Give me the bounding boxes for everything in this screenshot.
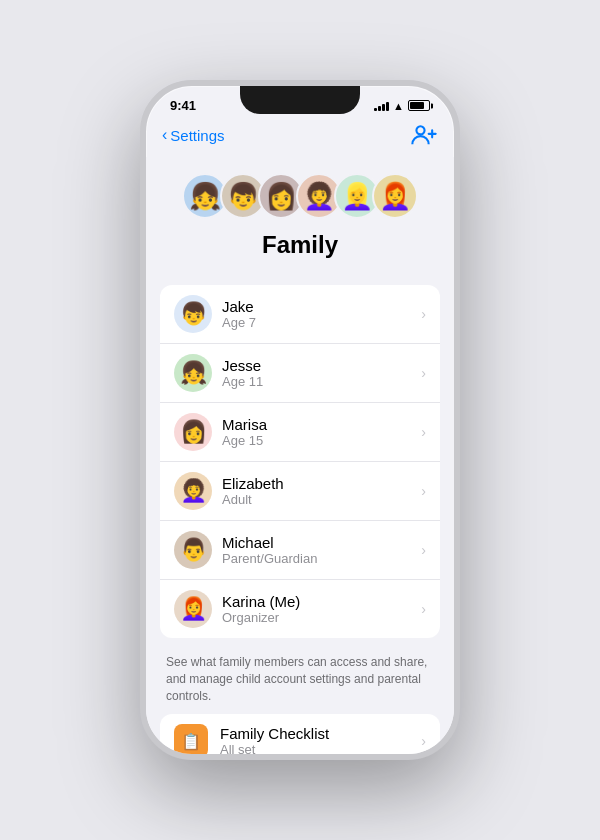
member-info-2: MarisaAge 15 [222,416,421,448]
avatars-section: 👧👦👩👩‍🦱👱‍♀️👩‍🦰 Family [146,157,454,285]
signal-icon [374,101,389,111]
member-name-3: Elizabeth [222,475,421,492]
feature-item-family-checklist[interactable]: 📋Family ChecklistAll set› [160,714,440,755]
feature-subtitle-0: All set [220,742,421,755]
member-avatar-2: 👩 [174,413,212,451]
feature-title-0: Family Checklist [220,725,421,742]
add-person-icon[interactable] [410,121,438,149]
member-role-2: Age 15 [222,433,421,448]
member-role-1: Age 11 [222,374,421,389]
member-info-1: JesseAge 11 [222,357,421,389]
member-info-0: JakeAge 7 [222,298,421,330]
member-info-4: MichaelParent/Guardian [222,534,421,566]
member-item-michael[interactable]: 👨MichaelParent/Guardian› [160,521,440,580]
member-info-5: Karina (Me)Organizer [222,593,421,625]
member-name-0: Jake [222,298,421,315]
battery-icon [408,100,430,111]
member-item-elizabeth[interactable]: 👩‍🦱ElizabethAdult› [160,462,440,521]
member-avatar-3: 👩‍🦱 [174,472,212,510]
back-chevron-icon: ‹ [162,126,167,144]
member-name-1: Jesse [222,357,421,374]
member-avatar-0: 👦 [174,295,212,333]
member-role-0: Age 7 [222,315,421,330]
member-info-3: ElizabethAdult [222,475,421,507]
back-button[interactable]: ‹ Settings [162,126,225,144]
chevron-right-icon: › [421,424,426,440]
member-item-jesse[interactable]: 👧JesseAge 11› [160,344,440,403]
member-avatar-5: 👩‍🦰 [174,590,212,628]
chevron-right-icon: › [421,483,426,499]
feature-info-0: Family ChecklistAll set [220,725,421,755]
status-icons: ▲ [374,100,430,112]
avatar-row: 👧👦👩👩‍🦱👱‍♀️👩‍🦰 [182,173,418,219]
chevron-right-icon: › [421,733,426,749]
notch [240,86,360,114]
members-list: 👦JakeAge 7›👧JesseAge 11›👩MarisaAge 15›👩‍… [160,285,440,638]
features-list: 📋Family ChecklistAll set›⏰Subscriptions3… [160,714,440,755]
Michael avatar: 👩‍🦰 [372,173,418,219]
chevron-right-icon: › [421,306,426,322]
wifi-icon: ▲ [393,100,404,112]
family-title: Family [262,231,338,259]
chevron-right-icon: › [421,365,426,381]
member-role-4: Parent/Guardian [222,551,421,566]
member-role-3: Adult [222,492,421,507]
member-item-jake[interactable]: 👦JakeAge 7› [160,285,440,344]
member-name-5: Karina (Me) [222,593,421,610]
member-name-4: Michael [222,534,421,551]
feature-icon-0: 📋 [174,724,208,755]
back-label: Settings [170,127,224,144]
status-time: 9:41 [170,98,196,113]
member-role-5: Organizer [222,610,421,625]
member-name-2: Marisa [222,416,421,433]
chevron-right-icon: › [421,542,426,558]
description-text: See what family members can access and s… [146,648,454,714]
member-avatar-1: 👧 [174,354,212,392]
member-item-marisa[interactable]: 👩MarisaAge 15› [160,403,440,462]
nav-bar: ‹ Settings [146,117,454,157]
svg-point-0 [416,126,424,134]
member-item-karina-(me)[interactable]: 👩‍🦰Karina (Me)Organizer› [160,580,440,638]
content-area: 👧👦👩👩‍🦱👱‍♀️👩‍🦰 Family 👦JakeAge 7›👧JesseAg… [146,157,454,755]
phone-frame: 9:41 ▲ ‹ Settings 👧� [140,80,460,760]
chevron-right-icon: › [421,601,426,617]
member-avatar-4: 👨 [174,531,212,569]
